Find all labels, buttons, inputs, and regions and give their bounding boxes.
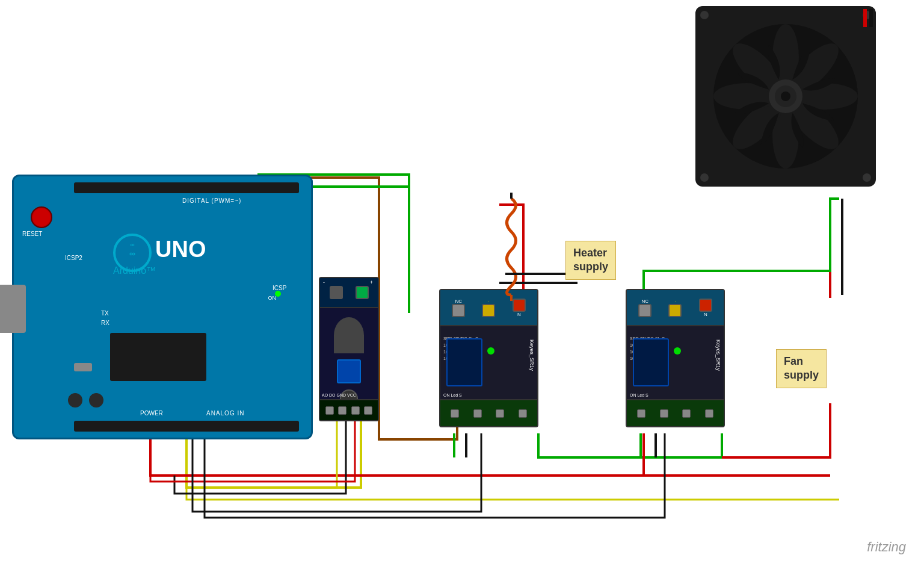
- fan-supply-note: Fan supply: [776, 349, 827, 388]
- sensor-top-terminals: [320, 278, 378, 308]
- reset-label: RESET: [22, 231, 42, 237]
- relay2-mid-label: ·: [668, 299, 682, 304]
- relay1-nc-label: NC: [452, 299, 465, 304]
- power-label: POWER: [140, 410, 163, 417]
- relay1-coil: [446, 338, 482, 386]
- relay1-bottom-label: ON Led S: [443, 393, 462, 397]
- sensor-pin-do: [338, 406, 346, 415]
- fan-mount-br: [863, 173, 871, 182]
- relay1-pin-do: [473, 409, 482, 418]
- sensor-pin-ao: [325, 406, 334, 415]
- capacitor-1: [68, 393, 82, 408]
- fan-rotor: [713, 24, 858, 169]
- main-canvas: DIGITAL (PWM=~) RESET ICSP2 ICSP TX RX ∞…: [0, 0, 924, 564]
- relay1-terminal-nc: [452, 304, 465, 317]
- arduino-uno: DIGITAL (PWM=~) RESET ICSP2 ICSP TX RX ∞…: [12, 175, 313, 439]
- sensor-plus-label: +: [370, 279, 373, 285]
- sensor-pin-vcc: [364, 406, 372, 415]
- relay1-pin-ao: [451, 409, 459, 418]
- fan-blades-svg: [713, 24, 858, 169]
- sensor-pin-header: [320, 399, 378, 420]
- svg-point-16: [781, 91, 790, 101]
- digital-label: DIGITAL (PWM=~): [182, 197, 241, 204]
- svg-text:∞: ∞: [130, 241, 134, 248]
- sensor-minus-label: -: [323, 279, 325, 285]
- on-label: ON: [268, 295, 277, 301]
- analog-pin-header: [74, 421, 299, 432]
- relay-module-1: NC · N SRD-05VDC-SL-C 10A 250VAC 10A 30V…: [439, 289, 538, 427]
- relay1-pin-gnd: [496, 409, 504, 418]
- heater-supply-note: Heater supply: [565, 241, 616, 280]
- relay2-terminal-nc: [638, 304, 651, 317]
- relay2-brand-label: Keyes_SR1y: [714, 338, 722, 372]
- relay2-pin-header: [627, 399, 724, 426]
- relay2-pin-gnd: [682, 409, 691, 418]
- relay1-no-label: N: [513, 312, 526, 317]
- sensor-terminal-minus: [330, 286, 343, 299]
- relay2-status-led: [674, 347, 681, 355]
- relay2-top-terminals: NC · N: [627, 290, 724, 326]
- relay2-pin-vcc: [705, 409, 713, 418]
- relay2-no-label: N: [699, 312, 712, 317]
- relay2-coil: [633, 338, 669, 386]
- uno-label: UNO: [155, 237, 206, 262]
- sensor-pin-gnd: [351, 406, 360, 415]
- temperature-sensor: - + AO DO GND VCC: [319, 277, 379, 421]
- crystal-oscillator: [74, 363, 92, 371]
- icsp-label: ICSP: [273, 285, 286, 291]
- relay1-pin-vcc: [519, 409, 527, 418]
- sensor-ic: [337, 359, 361, 383]
- main-chip: [110, 333, 206, 381]
- usb-port: [0, 285, 26, 333]
- fan-wire-red: [863, 9, 867, 27]
- tx-rx-labels: TX RX: [101, 309, 109, 328]
- heater-coil-svg: [487, 193, 535, 301]
- sensor-pin-labels: AO DO GND VCC: [322, 393, 356, 397]
- fan-wire-black: [869, 9, 873, 27]
- relay1-terminal-mid: [482, 304, 495, 317]
- relay2-pin-ao: [637, 409, 645, 418]
- reset-button[interactable]: [31, 206, 52, 228]
- capacitor-2: [89, 393, 103, 408]
- cooling-fan: [695, 6, 888, 199]
- relay2-bottom-label: ON Led S: [630, 393, 648, 397]
- fan-mount-bl: [700, 173, 709, 182]
- relay2-terminal-mid: [668, 304, 682, 317]
- svg-text:∞: ∞: [129, 249, 135, 258]
- digital-pin-header: [74, 182, 299, 193]
- relay1-brand-label: Keyes_SR1y: [528, 338, 536, 372]
- fan-mount-tl: [700, 11, 709, 19]
- sensor-cap: [334, 317, 364, 353]
- tx-label: TX: [101, 309, 109, 318]
- fritzing-watermark: fritzing: [867, 539, 906, 555]
- icsp2-label: ICSP2: [65, 255, 82, 261]
- relay2-terminal-no: [699, 299, 712, 312]
- relay1-pin-header: [440, 399, 537, 426]
- relay1-status-led: [487, 347, 494, 355]
- arduino-brand-label: Arduino™: [113, 265, 156, 276]
- relay2-pin-do: [660, 409, 668, 418]
- relay2-nc-label: NC: [638, 299, 651, 304]
- analog-label: ANALOG IN: [206, 410, 244, 417]
- relay-module-2: NC · N SRD-05VDC-SL-C 10A 250VAC 10A 30V…: [626, 289, 725, 427]
- sensor-terminal-plus: [356, 286, 369, 299]
- rx-label: RX: [101, 318, 109, 328]
- fan-body: [695, 6, 876, 187]
